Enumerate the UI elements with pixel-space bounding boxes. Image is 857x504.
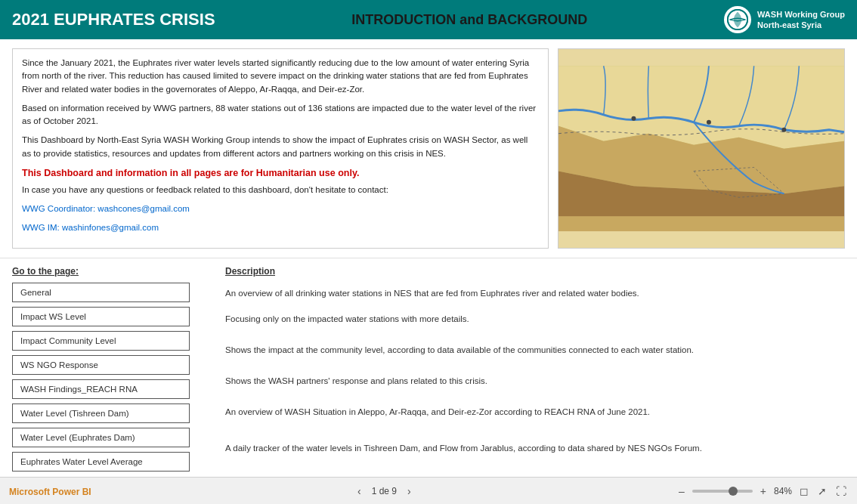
nav-item-btn-0[interactable]: General <box>12 283 190 302</box>
main-content: Since the January 2021, the Euphrates ri… <box>0 39 857 477</box>
powerbi-link[interactable]: Microsoft Power BI <box>9 487 91 497</box>
map-container <box>558 48 845 249</box>
desc-item-0: An overview of all drinking water statio… <box>225 283 845 304</box>
zoom-in-button[interactable]: + <box>759 484 768 499</box>
svg-point-7 <box>631 116 636 121</box>
header: 2021 EUPHRATES CRISIS INTRODUCTION and B… <box>0 0 857 39</box>
nav-item-btn-1[interactable]: Impact WS Level <box>12 307 190 326</box>
nav-right: Description An overview of all drinking … <box>216 266 845 477</box>
warning-text: This Dashboard and information in all pa… <box>22 166 539 181</box>
svg-point-9 <box>781 128 786 132</box>
nav-item-btn-2[interactable]: Impact Community Level <box>12 331 190 351</box>
desc-item-1: Focusing only on the impacted water stat… <box>225 308 845 329</box>
nav-item-btn-4[interactable]: WASH Findings_REACH RNA <box>12 379 190 399</box>
nav-item-btn-7[interactable]: Euphrates Water Level Average <box>12 452 190 472</box>
email1-link[interactable]: WWG Coordinator: washcones@gmail.com <box>22 204 190 213</box>
desc-item-2: Shows the impact at the community level,… <box>225 334 845 366</box>
nav-left: Go to the page: GeneralImpact WS LevelIm… <box>12 266 216 477</box>
svg-rect-10 <box>558 216 844 231</box>
zoom-slider[interactable] <box>692 490 753 493</box>
map-svg <box>558 49 844 248</box>
nav-item-btn-6[interactable]: Water Level (Euphrates Dam) <box>12 428 190 447</box>
zoom-slider-thumb <box>729 487 738 496</box>
wash-logo-icon <box>724 6 751 33</box>
fit-page-button[interactable]: ◻ <box>798 484 810 499</box>
header-title: 2021 EUPHRATES CRISIS <box>12 10 215 29</box>
desc-header: Description <box>225 266 845 277</box>
footer-left: Microsoft Power BI <box>9 484 91 498</box>
fullscreen-button[interactable]: ⛶ <box>834 484 848 499</box>
contact-intro: In case you have any questions or feedba… <box>22 184 539 196</box>
zoom-percent: 84% <box>774 486 792 496</box>
footer: Microsoft Power BI ‹ 1 de 9 › – + 84% ◻ … <box>0 477 857 504</box>
nav-item-btn-3[interactable]: WS NGO Response <box>12 355 190 375</box>
nav-items-list: GeneralImpact WS LevelImpact Community L… <box>12 283 216 472</box>
desc-item-6: A daily tracker of the water levels in E… <box>225 468 845 477</box>
header-subtitle: INTRODUCTION and BACKGROUND <box>215 12 725 28</box>
desc-item-5: A daily tracker of the water levels in T… <box>225 432 845 464</box>
zoom-out-button[interactable]: – <box>677 484 686 499</box>
desc-item-4: An overview of WASH Situation in Aleppo,… <box>225 396 845 428</box>
intro-para3: This Dashboard by North-East Syria WASH … <box>22 134 539 160</box>
prev-page-button[interactable]: ‹ <box>354 484 364 499</box>
desc-item-3: Shows the WASH partners' response and pl… <box>225 370 845 391</box>
svg-point-8 <box>707 120 711 125</box>
nav-header: Go to the page: <box>12 266 216 277</box>
navigation-section: Go to the page: GeneralImpact WS LevelIm… <box>0 258 857 477</box>
header-logo: WASH Working Group North-east Syria <box>724 6 845 33</box>
nav-item-btn-5[interactable]: Water Level (Tishreen Dam) <box>12 404 190 423</box>
email2-link[interactable]: WWG IM: washinfones@gmail.com <box>22 223 159 232</box>
logo-text: WASH Working Group North-east Syria <box>757 9 845 31</box>
desc-items-list: An overview of all drinking water statio… <box>225 283 845 477</box>
top-section: Since the January 2021, the Euphrates ri… <box>0 39 857 258</box>
page-indicator: 1 de 9 <box>372 486 397 496</box>
intro-para2: Based on information received by WWG par… <box>22 102 539 128</box>
intro-para1: Since the January 2021, the Euphrates ri… <box>22 57 539 96</box>
footer-right: – + 84% ◻ ➚ ⛶ <box>677 484 848 499</box>
next-page-button[interactable]: › <box>404 484 414 499</box>
intro-text-box: Since the January 2021, the Euphrates ri… <box>12 48 549 249</box>
share-button[interactable]: ➚ <box>816 484 828 499</box>
footer-center: ‹ 1 de 9 › <box>354 484 414 499</box>
svg-marker-3 <box>558 66 844 148</box>
